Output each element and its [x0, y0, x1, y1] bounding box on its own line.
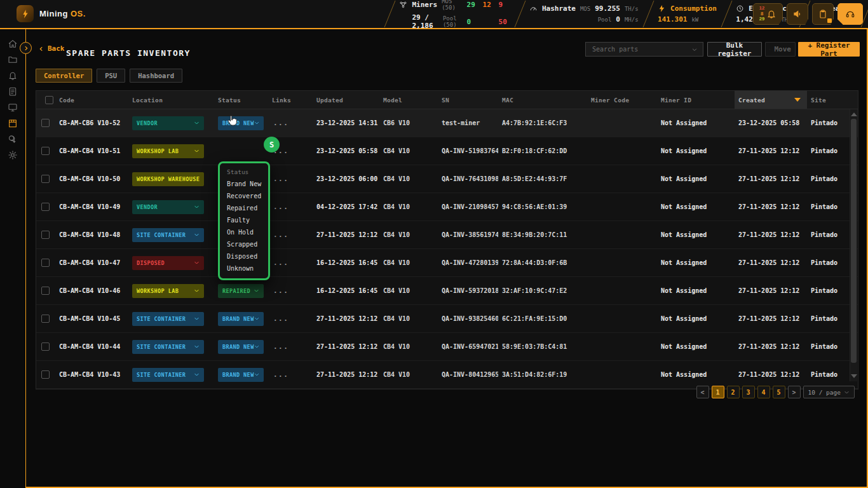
status-select[interactable]: REPAIRED — [218, 284, 264, 298]
pagination: <12345>10 / page — [696, 386, 855, 398]
select-all-checkbox[interactable] — [45, 96, 53, 104]
column-header-links[interactable]: Links — [268, 91, 313, 109]
cell-model: CB4_V10 — [379, 147, 438, 154]
back-button[interactable]: Back — [38, 44, 65, 53]
location-chip-label: WORKSHOP LAB — [137, 288, 179, 294]
location-select[interactable]: VENDOR — [132, 200, 204, 214]
row-checkbox[interactable] — [41, 342, 50, 351]
row-checkbox[interactable] — [41, 231, 50, 239]
pagination-page-2[interactable]: 2 — [727, 386, 740, 398]
search-parts-input[interactable] — [591, 45, 688, 53]
scroll-up-arrow[interactable] — [851, 112, 857, 116]
hashrate-mos-key: MOS — [580, 6, 590, 12]
location-chip-label: SITE CONTAINER — [137, 316, 186, 322]
table-scrollbar[interactable] — [850, 109, 857, 381]
sidebar-item-bell[interactable] — [8, 71, 18, 81]
column-header-model[interactable]: Model — [379, 91, 438, 109]
row-links-button[interactable]: ... — [268, 315, 288, 323]
sidebar-item-settings[interactable] — [8, 150, 18, 160]
row-links-button[interactable]: ... — [268, 203, 288, 211]
status-option-repaired[interactable]: Repaired — [220, 202, 268, 214]
row-checkbox[interactable] — [41, 315, 50, 323]
location-select[interactable]: DISPOSED — [132, 256, 204, 270]
move-button[interactable]: Move — [765, 42, 796, 57]
sidebar-item-home[interactable] — [8, 39, 18, 49]
column-header-status[interactable]: Status — [214, 91, 268, 109]
row-checkbox[interactable] — [41, 203, 50, 211]
status-option-unknown[interactable]: Unknown — [220, 262, 268, 274]
row-links-button[interactable]: ... — [268, 370, 288, 379]
row-checkbox[interactable] — [41, 287, 50, 295]
pagination-prev[interactable]: < — [696, 386, 709, 398]
status-option-faulty[interactable]: Faulty — [220, 214, 268, 226]
row-links-button[interactable]: ... — [268, 119, 288, 127]
column-header-updated[interactable]: Updated — [313, 91, 379, 109]
pagination-next[interactable]: > — [788, 386, 801, 398]
pagination-page-4[interactable]: 4 — [757, 386, 770, 398]
location-select[interactable]: SITE CONTAINER — [132, 340, 204, 354]
sidebar-expand-button[interactable] — [20, 42, 32, 54]
row-checkbox[interactable] — [41, 147, 50, 155]
account-button[interactable] — [837, 3, 863, 25]
sidebar-item-folder[interactable] — [8, 55, 18, 65]
status-select[interactable]: BRAND NEW — [218, 312, 264, 326]
column-header-sn[interactable]: SN — [438, 91, 498, 109]
status-select[interactable]: BRAND NEW — [218, 340, 264, 354]
location-select[interactable]: SITE CONTAINER — [132, 312, 204, 326]
scroll-down-arrow[interactable] — [851, 374, 857, 378]
page-size-select[interactable]: 10 / page — [803, 386, 855, 398]
row-checkbox[interactable] — [41, 175, 50, 183]
sidebar-item-monitor[interactable] — [8, 102, 18, 112]
row-checkbox[interactable] — [41, 370, 50, 379]
column-header-mac[interactable]: MAC — [498, 91, 587, 109]
column-header-location[interactable]: Location — [128, 91, 214, 109]
chevron-down-icon — [194, 204, 200, 210]
location-select[interactable]: WORKSHOP LAB — [132, 284, 204, 298]
location-select[interactable]: SITE CONTAINER — [132, 368, 204, 382]
tab-controller[interactable]: Controller — [36, 69, 92, 83]
column-header-created[interactable]: Created — [735, 91, 807, 109]
bulk-register-button[interactable]: Bulk register — [707, 42, 762, 57]
scrollbar-thumb[interactable] — [851, 119, 857, 363]
row-checkbox[interactable] — [41, 119, 50, 127]
status-option-on-hold[interactable]: On Hold — [220, 226, 268, 238]
status-select[interactable]: BRAND NEW — [218, 116, 264, 130]
status-option-recovered[interactable]: Recovered — [220, 190, 268, 202]
location-select[interactable]: VENDOR — [132, 116, 204, 130]
status-select[interactable]: BRAND NEW — [218, 368, 264, 382]
row-links-button[interactable]: ... — [268, 287, 288, 295]
status-option-scrapped[interactable]: Scrapped — [220, 238, 268, 250]
row-checkbox[interactable] — [41, 259, 50, 267]
status-option-brand-new[interactable]: Brand New — [220, 178, 268, 190]
pagination-page-3[interactable]: 3 — [742, 386, 755, 398]
column-header-miner_code[interactable]: Miner Code — [587, 91, 657, 109]
column-header-code[interactable]: Code — [55, 91, 128, 109]
sidebar-item-inventory[interactable] — [8, 118, 18, 128]
select-all-header[interactable] — [36, 91, 55, 109]
location-select[interactable]: WORKSHOP WAREHOUSE — [132, 172, 204, 186]
sidebar-item-document[interactable] — [8, 86, 18, 97]
row-links-button[interactable]: ... — [268, 259, 288, 267]
notifications-button[interactable]: 12829 — [753, 3, 783, 25]
location-select[interactable]: WORKSHOP LAB — [132, 144, 204, 158]
row-links-button[interactable]: ... — [268, 231, 288, 239]
sidebar-item-coins[interactable] — [8, 134, 18, 144]
column-header-site[interactable]: Site — [807, 91, 858, 109]
reports-button[interactable] — [812, 3, 834, 25]
pagination-page-1[interactable]: 1 — [712, 386, 724, 398]
search-parts-box[interactable] — [585, 42, 703, 57]
sound-button[interactable] — [787, 3, 808, 25]
pagination-page-5[interactable]: 5 — [773, 386, 785, 398]
cell-created: 23-12-2025 05:58 — [735, 119, 807, 126]
column-header-miner_id[interactable]: Miner ID — [657, 91, 735, 109]
cell-code: CB-AM-CB4_V10-44 — [55, 343, 128, 350]
brand-logo[interactable]: MiningOS. — [17, 5, 86, 22]
row-links-button[interactable]: ... — [268, 342, 288, 351]
register-part-button[interactable]: + Register Part — [798, 42, 860, 57]
tab-hashboard[interactable]: Hashboard — [130, 69, 182, 83]
table-row: CB-AM-CB4_V10-48SITE CONTAINER...27-11-2… — [36, 221, 858, 249]
status-option-disposed[interactable]: Disposed — [220, 250, 268, 262]
location-select[interactable]: SITE CONTAINER — [132, 228, 204, 242]
row-links-button[interactable]: ... — [268, 175, 288, 183]
tab-psu[interactable]: PSU — [97, 69, 125, 83]
